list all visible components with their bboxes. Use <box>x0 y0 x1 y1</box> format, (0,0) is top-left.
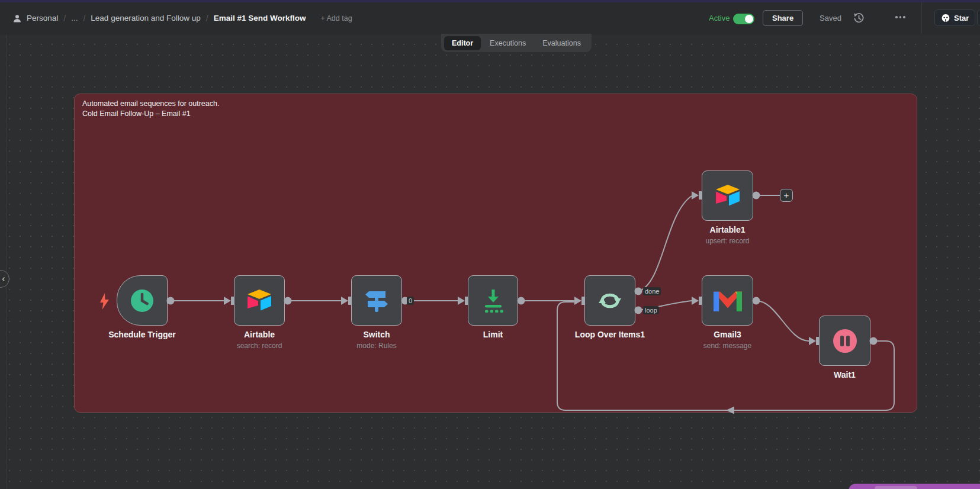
user-icon <box>13 14 21 22</box>
github-star-button[interactable]: Star <box>934 9 975 26</box>
airtable-icon <box>246 289 273 313</box>
dot <box>899 16 902 18</box>
share-button[interactable]: Share <box>763 10 803 26</box>
top-accent-strip <box>0 0 980 2</box>
airtable-icon <box>714 184 741 208</box>
add-tag-button[interactable]: + Add tag <box>320 14 352 22</box>
trigger-bolt-icon <box>100 293 109 310</box>
sticky-note[interactable]: Automated email sequences for outreach. … <box>74 94 917 413</box>
node-airtable1[interactable]: Airtable1 upsert: record <box>702 170 753 221</box>
more-options-button[interactable] <box>895 16 905 18</box>
tab-editor[interactable]: Editor <box>444 36 481 50</box>
active-toggle[interactable] <box>733 14 754 24</box>
tab-executions[interactable]: Executions <box>482 36 534 50</box>
sticky-line-2: Cold Email Follow-Up – Email #1 <box>82 109 219 119</box>
saved-status: Saved <box>820 14 841 22</box>
switch-output-label: 0 <box>407 297 414 305</box>
node-wait1[interactable]: Wait1 <box>819 316 870 366</box>
loop-sync-icon <box>597 289 623 313</box>
node-name: Limit <box>483 330 503 339</box>
node-name: Airtable1 <box>710 225 746 234</box>
node-gmail3[interactable]: Gmail3 send: message <box>702 275 753 326</box>
limit-icon <box>481 288 505 313</box>
breadcrumb-project[interactable]: Personal <box>27 14 58 22</box>
history-icon <box>853 12 865 24</box>
banner-pill <box>875 486 917 489</box>
loop-done-label: done <box>643 287 661 295</box>
header-bar: Personal / ... / Lead generation and Fol… <box>0 2 980 34</box>
node-name: Switch <box>363 330 390 339</box>
add-node-button[interactable]: + <box>780 189 793 202</box>
n8n-workflow-editor: Personal / ... / Lead generation and Fol… <box>0 0 980 489</box>
pause-icon <box>833 329 857 353</box>
gmail-icon <box>714 289 742 311</box>
breadcrumb-folder[interactable]: Lead generation and Follow up <box>91 14 200 22</box>
tab-evaluations[interactable]: Evaluations <box>535 36 589 50</box>
node-subtitle: send: message <box>703 342 751 350</box>
sticky-line-1: Automated email sequences for outreach. <box>82 99 219 109</box>
node-name: Loop Over Items1 <box>575 330 645 339</box>
github-icon <box>941 13 950 22</box>
sticky-note-text: Automated email sequences for outreach. … <box>82 99 219 119</box>
breadcrumb-separator: / <box>206 14 208 23</box>
bottom-banner[interactable] <box>849 484 980 489</box>
node-name: Schedule Trigger <box>108 330 176 339</box>
github-star-label: Star <box>954 14 969 22</box>
dot <box>895 16 898 18</box>
dot <box>903 16 905 18</box>
breadcrumb-separator: / <box>63 14 66 23</box>
workflow-title[interactable]: Email #1 Send Workflow <box>214 14 306 22</box>
history-button[interactable] <box>852 11 866 25</box>
breadcrumb-separator: / <box>83 14 85 23</box>
loop-loop-label: loop <box>643 306 659 314</box>
node-name: Gmail3 <box>714 330 741 339</box>
node-switch[interactable]: Switch mode: Rules <box>351 275 402 326</box>
node-name: Airtable <box>244 330 275 339</box>
breadcrumb-ellipsis[interactable]: ... <box>71 14 78 22</box>
node-airtable[interactable]: Airtable search: record <box>234 275 285 326</box>
node-name: Wait1 <box>834 370 856 379</box>
view-tabbar: Editor Executions Evaluations <box>441 34 592 52</box>
node-subtitle: search: record <box>237 342 282 350</box>
active-status-label: Active <box>709 14 730 22</box>
toggle-knob <box>745 15 753 23</box>
node-subtitle: upsert: record <box>705 237 749 245</box>
switch-signpost-icon <box>364 289 389 312</box>
clock-icon <box>130 289 154 313</box>
node-subtitle: mode: Rules <box>356 342 396 350</box>
header-divider <box>921 2 922 34</box>
sidebar-edge <box>6 34 7 489</box>
breadcrumb: Personal / ... / Lead generation and Fol… <box>13 2 352 34</box>
node-loop-over-items[interactable]: Loop Over Items1 <box>584 275 635 326</box>
node-schedule-trigger[interactable]: Schedule Trigger <box>117 275 168 326</box>
github-star-count[interactable]: 1 <box>977 9 980 26</box>
node-limit[interactable]: Limit <box>468 275 518 326</box>
